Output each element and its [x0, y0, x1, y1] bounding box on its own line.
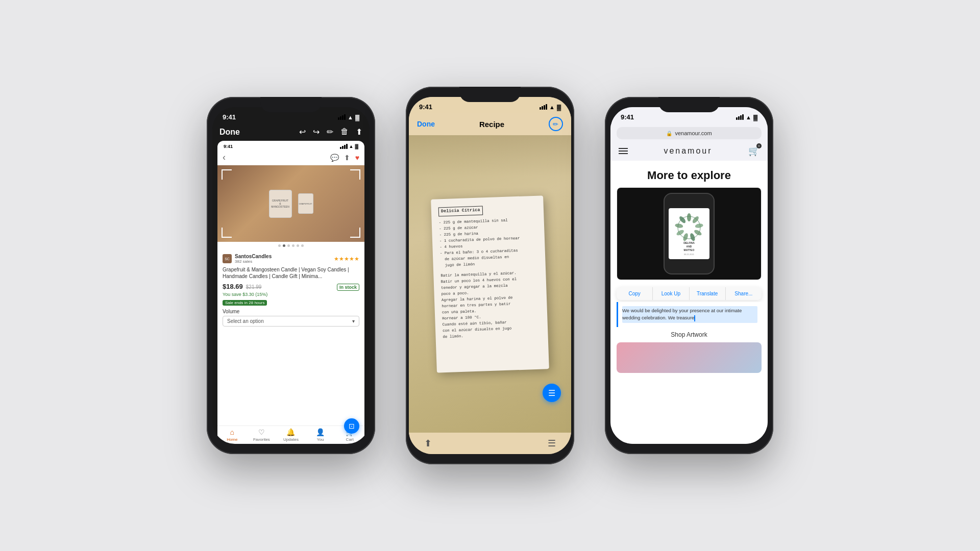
tab-favorites[interactable]: ♡ Favorites — [247, 428, 277, 442]
candle-label-large: GRAPEFRUIT&MANGOSTEEN — [271, 199, 289, 208]
copy-button[interactable]: Copy — [617, 287, 653, 300]
tab-home-label: Home — [227, 437, 237, 442]
chevron-down-icon: ▾ — [352, 318, 355, 324]
tab-you-label: You — [317, 437, 324, 442]
text-cursor — [694, 315, 695, 321]
recipe-title: Recipe — [479, 120, 504, 129]
volume-label: Volume — [223, 309, 359, 314]
pencil-icon[interactable]: ✏ — [327, 127, 333, 137]
tab-favorites-label: Favorites — [253, 437, 270, 442]
status-icons-3: ▲ ▓ — [736, 114, 757, 120]
selected-text-content: We would be delighted by your presence a… — [622, 308, 742, 320]
shop-artwork-label[interactable]: Shop Artwork — [610, 327, 768, 342]
done-button-1[interactable]: Done — [219, 128, 240, 137]
share-icon-2[interactable]: ⬆ — [424, 438, 432, 449]
seller-row: SC SantosCandles 382 sales ★★★★★ — [223, 254, 359, 264]
signal-bars-3 — [736, 114, 744, 120]
price-old: $21.99 — [246, 284, 262, 290]
in-stock-badge: In stock — [337, 284, 359, 291]
svg-point-2 — [692, 215, 700, 223]
trash-icon[interactable]: 🗑 — [340, 127, 349, 137]
share-button[interactable]: Share... — [726, 287, 762, 300]
status-time-3: 9:41 — [621, 113, 634, 121]
scan-corner-br — [350, 228, 360, 238]
share-icon[interactable]: ⬆ — [356, 127, 362, 137]
wedding-date: 08.21.2021 — [684, 253, 694, 256]
phone-3-screen: 9:41 ▲ ▓ 🔒 venamour.com — [610, 107, 768, 444]
url-input[interactable]: 🔒 venamour.com — [617, 127, 762, 139]
recipe-content: Delicia Cítrica - 225 g de mantequilla s… — [409, 135, 571, 433]
redo-icon[interactable]: ↪ — [313, 127, 320, 137]
leaf-decoration — [674, 212, 704, 240]
svg-point-9 — [678, 215, 687, 223]
wifi-icon-1: ▲ — [348, 114, 353, 120]
embedded-signal: ▲ ▓ — [340, 144, 358, 149]
ingredients-section: - 225 g de mantequilla sin sal - 225 g d… — [439, 216, 538, 268]
couple-names: DELFINA AND MATTEO — [683, 241, 695, 252]
explore-heading: More to explore — [610, 161, 768, 187]
back-button[interactable]: ‹ — [223, 152, 226, 163]
address-bar: 🔒 venamour.com — [610, 123, 768, 143]
tab-updates[interactable]: 🔔 Updates — [276, 428, 306, 442]
site-nav: venamour 🛒 0 — [610, 143, 768, 161]
seller-name[interactable]: SantosCandles — [235, 254, 272, 259]
seller-avatar: SC — [223, 254, 232, 263]
tab-cart-label: Cart — [346, 437, 354, 442]
wifi-icon-3: ▲ — [746, 114, 751, 120]
seller-details: SantosCandles 382 sales — [235, 254, 272, 264]
svg-point-3 — [695, 223, 703, 229]
safari-content: More to explore — [610, 161, 768, 444]
site-logo[interactable]: venamour — [664, 146, 712, 156]
hamburger-menu[interactable] — [619, 148, 628, 154]
home-indicator-1[interactable] — [265, 448, 316, 450]
product-card[interactable]: DELFINA AND MATTEO 08.21.2021 — [617, 187, 762, 280]
volume-select[interactable]: Select an option ▾ — [223, 316, 359, 327]
home-indicator-2[interactable] — [464, 458, 516, 460]
tab-updates-label: Updates — [283, 437, 299, 442]
star-rating: ★★★★★ — [334, 256, 359, 262]
favorite-icon[interactable]: ♥ — [355, 154, 359, 162]
scan-corner-tr — [350, 169, 360, 180]
done-button-2[interactable]: Done — [417, 120, 435, 128]
visual-intelligence-badge[interactable]: ⊡ — [344, 418, 359, 434]
message-icon[interactable]: 💬 — [330, 154, 339, 162]
embedded-time: 9:41 — [224, 144, 233, 149]
tab-you[interactable]: 👤 You — [306, 428, 335, 442]
selected-text: We would be delighted by your presence a… — [622, 306, 757, 323]
upload-icon[interactable]: ⬆ — [344, 154, 350, 162]
notebook-pages: Delicia Cítrica - 225 g de mantequilla s… — [431, 195, 549, 372]
image-dots — [217, 242, 364, 249]
signal-bars-e — [340, 144, 348, 149]
lookup-button[interactable]: Look Up — [653, 287, 689, 300]
inner-phone-mockup: DELFINA AND MATTEO 08.21.2021 — [664, 193, 715, 274]
save-text: You save $3.30 (15%) — [223, 292, 359, 297]
candle-label-small: GRAPEFRUIT — [299, 203, 312, 205]
pink-product-card[interactable] — [617, 342, 762, 373]
scan-corner-tl — [222, 169, 232, 180]
undo-icon[interactable]: ↩ — [299, 127, 306, 137]
live-text-fab[interactable]: ☰ — [543, 384, 561, 402]
candle-small: GRAPEFRUIT — [298, 193, 313, 214]
list-icon[interactable]: ☰ — [548, 438, 556, 449]
svg-point-1 — [687, 213, 691, 221]
candle-display: GRAPEFRUIT&MANGOSTEEN GRAPEFRUIT — [269, 190, 313, 218]
status-icons-2: ▲ ▓ — [540, 104, 561, 110]
notch-2 — [459, 87, 521, 102]
battery-icon-3: ▓ — [753, 114, 757, 120]
seller-info: SC SantosCandles 382 sales — [223, 254, 272, 264]
tab-home[interactable]: ⌂ Home — [217, 428, 247, 442]
status-icons-1: ▲ ▓ — [338, 114, 359, 120]
battery-icon-1: ▓ — [355, 114, 359, 120]
price-row: $18.69 $21.99 In stock — [223, 283, 359, 291]
svg-point-7 — [676, 229, 685, 236]
pencil-circle-button[interactable]: ✏ — [549, 117, 563, 131]
candle-large: GRAPEFRUIT&MANGOSTEEN — [269, 190, 292, 218]
selected-text-area: We would be delighted by your presence a… — [617, 302, 762, 327]
svg-point-8 — [675, 223, 683, 229]
phone-2-screen: 9:41 ▲ ▓ Done Recipe ✏ — [409, 97, 571, 454]
bell-icon: 🔔 — [286, 428, 295, 436]
seller-sales: 382 sales — [235, 259, 272, 264]
recipe-header: Done Recipe ✏ — [409, 113, 571, 135]
translate-button[interactable]: Translate — [690, 287, 726, 300]
home-indicator-3[interactable] — [664, 448, 715, 450]
